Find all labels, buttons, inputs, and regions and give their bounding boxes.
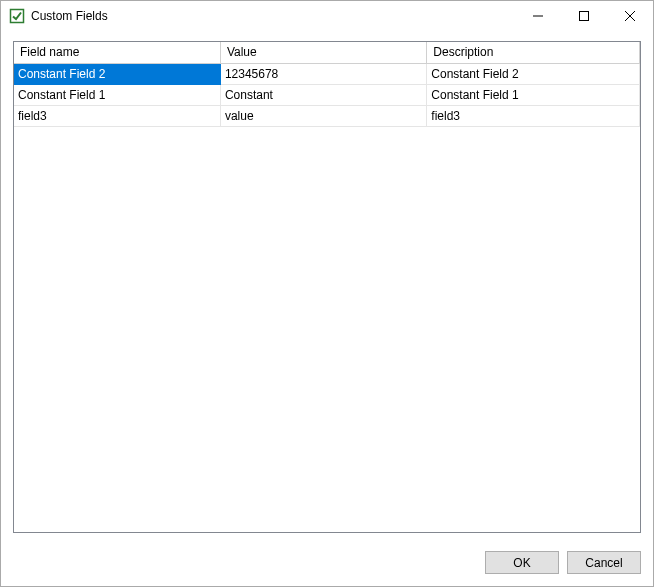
table-row[interactable]: Constant Field 212345678Constant Field 2 bbox=[14, 63, 640, 84]
cancel-button[interactable]: Cancel bbox=[567, 551, 641, 574]
column-header-description[interactable]: Description bbox=[427, 42, 640, 63]
cell-value[interactable]: 12345678 bbox=[220, 63, 426, 84]
cell-value[interactable]: Constant bbox=[220, 84, 426, 105]
column-header-value[interactable]: Value bbox=[220, 42, 426, 63]
window-controls bbox=[515, 1, 653, 31]
app-icon-checkmark bbox=[9, 8, 25, 24]
cell-name[interactable]: field3 bbox=[14, 105, 220, 126]
table-row[interactable]: field3valuefield3 bbox=[14, 105, 640, 126]
close-button[interactable] bbox=[607, 1, 653, 31]
cell-value[interactable]: value bbox=[220, 105, 426, 126]
cell-description[interactable]: field3 bbox=[427, 105, 640, 126]
titlebar: Custom Fields bbox=[1, 1, 653, 31]
maximize-button[interactable] bbox=[561, 1, 607, 31]
fields-grid-container: Field name Value Description Constant Fi… bbox=[13, 41, 641, 533]
dialog-content: Field name Value Description Constant Fi… bbox=[1, 31, 653, 541]
window-title: Custom Fields bbox=[31, 9, 515, 23]
column-header-name[interactable]: Field name bbox=[14, 42, 220, 63]
cell-description[interactable]: Constant Field 2 bbox=[427, 63, 640, 84]
cell-name[interactable]: Constant Field 1 bbox=[14, 84, 220, 105]
fields-grid[interactable]: Field name Value Description Constant Fi… bbox=[14, 42, 640, 127]
dialog-button-bar: OK Cancel bbox=[1, 541, 653, 586]
svg-rect-0 bbox=[11, 10, 24, 23]
cell-description[interactable]: Constant Field 1 bbox=[427, 84, 640, 105]
svg-rect-1 bbox=[580, 12, 589, 21]
grid-header-row: Field name Value Description bbox=[14, 42, 640, 63]
minimize-button[interactable] bbox=[515, 1, 561, 31]
ok-button[interactable]: OK bbox=[485, 551, 559, 574]
cell-name[interactable]: Constant Field 2 bbox=[14, 63, 220, 84]
table-row[interactable]: Constant Field 1ConstantConstant Field 1 bbox=[14, 84, 640, 105]
